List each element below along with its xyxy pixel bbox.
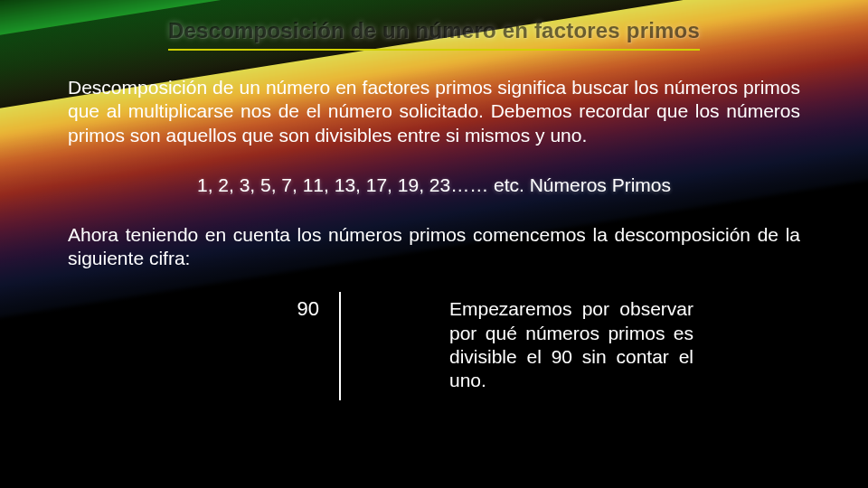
- primes-list: 1, 2, 3, 5, 7, 11, 13, 17, 19, 23…… etc.…: [68, 174, 800, 196]
- example-explanation: Empezaremos por observar por qué números…: [449, 297, 693, 392]
- vertical-divider: [339, 292, 341, 400]
- page-title: Descomposición de un número en factores …: [168, 18, 700, 51]
- example-number: 90: [297, 297, 319, 321]
- example-row: 90 Empezaremos por observar por qué núme…: [68, 297, 800, 400]
- lead-paragraph: Ahora teniendo en cuenta los números pri…: [68, 223, 800, 271]
- intro-paragraph: Descomposición de un número en factores …: [68, 76, 800, 147]
